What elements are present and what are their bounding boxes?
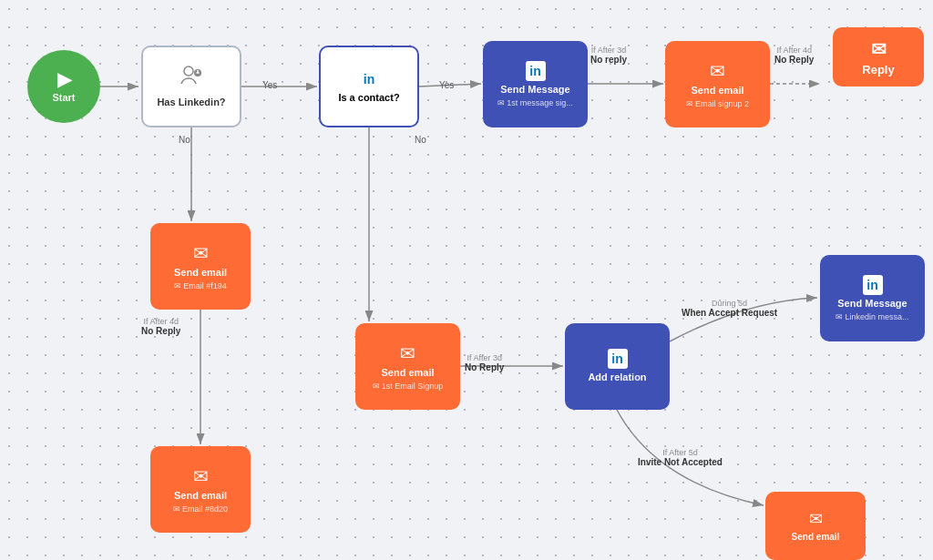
send-email-3-subtitle: ✉ 1st Email Signup [373,382,444,391]
send-email-2-title: Send email [174,267,227,279]
email-icon-5: ✉ [836,312,843,321]
send-email-3-title: Send email [381,367,434,379]
email-icon-node-3: ✉ [400,342,415,364]
condition-after3d-1-line1: If After 3d [590,46,627,55]
reply-button[interactable]: ✉ Reply [833,27,924,87]
send-message-1-node[interactable]: in Send Message ✉ 1st message sig... [483,41,588,127]
condition-after4d-1: If After 4d No Reply [774,46,814,65]
arrows-svg [0,0,933,560]
send-message-2-title: Send Message [837,298,907,310]
email-icon-node-5: ✉ [809,509,823,529]
condition-after5d-line2: Invite Not Accepted [638,457,723,467]
send-email-2-node[interactable]: ✉ Send email ✉ Email #f194 [150,223,251,310]
send-message-1-subtitle: ✉ 1st message sig... [497,98,573,107]
send-email-4-subtitle: ✉ Email #8d20 [173,504,228,514]
condition-after4d-2-line2: No Reply [141,326,180,336]
send-email-5-title: Send email [792,532,840,543]
send-email-3-node[interactable]: ✉ Send email ✉ 1st Email Signup [355,323,460,410]
no-label-1: No [179,135,190,145]
linkedin-icon-1: in [359,69,379,89]
send-message-2-subtitle: ✉ Linkedin messa... [836,312,908,321]
flow-canvas: ▶ Start Has Linkedin? Yes in Is a contac… [0,0,933,560]
send-email-1-subtitle: ✉ Email signup 2 [686,99,749,108]
reply-icon: ✉ [871,38,887,60]
send-email-1-title: Send email [691,85,743,97]
send-email-4-title: Send email [174,490,227,502]
condition-after3d-1-line2: No reply [590,55,627,65]
email-icon-node-2: ✉ [193,242,209,264]
condition-after3d-2-line1: If After 3d [465,353,504,362]
email-icon-6: ✉ [173,504,180,514]
reply-label: Reply [862,63,894,76]
email-icon-node-1: ✉ [710,60,725,82]
is-contact-node[interactable]: in Is a contact? [319,46,419,127]
start-label: Start [52,92,75,104]
condition-during5d: During 5d When Accept Request [682,299,777,318]
send-email-4-node[interactable]: ✉ Send email ✉ Email #8d20 [150,446,251,533]
condition-after4d-1-line2: No Reply [774,55,814,65]
email-icon-4: ✉ [373,382,380,391]
send-email-5-node[interactable]: ✉ Send email [765,492,866,560]
play-icon: ▶ [57,68,71,90]
condition-after3d-2: If After 3d No Reply [465,353,504,372]
condition-after3d-1: If After 3d No reply [590,46,627,65]
condition-after4d-1-line1: If After 4d [774,46,814,55]
linkedin-icon-4: in [863,275,883,295]
send-email-1-node[interactable]: ✉ Send email ✉ Email signup 2 [665,41,770,127]
add-relation-node[interactable]: in Add relation [565,323,670,410]
condition-after5d-line1: If After 5d [638,448,723,457]
yes-label-1: Yes [262,80,277,90]
is-contact-label: Is a contact? [338,92,399,104]
linkedin-icon-3: in [608,349,628,369]
linkedin-icon-2: in [526,61,546,81]
send-message-2-node[interactable]: in Send Message ✉ Linkedin messa... [820,255,925,341]
email-icon-1: ✉ [497,98,505,107]
no-label-2: No [415,135,426,145]
email-icon-3: ✉ [174,281,181,290]
add-relation-title: Add relation [588,372,646,383]
svg-point-10 [184,66,193,76]
condition-after4d-2-line1: If After 4d [141,317,180,326]
condition-during5d-line2: When Accept Request [682,308,777,318]
condition-during5d-line1: During 5d [682,299,777,308]
has-linkedin-node[interactable]: Has Linkedin? [141,46,241,127]
condition-after3d-2-line2: No Reply [465,362,504,372]
send-message-1-title: Send Message [500,84,569,96]
start-node[interactable]: ▶ Start [27,50,100,123]
send-email-2-subtitle: ✉ Email #f194 [174,281,227,290]
linkedin-check-icon [179,64,203,93]
email-icon-node-4: ✉ [193,465,209,487]
condition-after4d-2: If After 4d No Reply [141,317,180,336]
yes-label-2: Yes [439,80,454,90]
condition-after5d: If After 5d Invite Not Accepted [638,448,723,467]
has-linkedin-label: Has Linkedin? [157,97,225,108]
email-icon-2: ✉ [686,99,693,108]
